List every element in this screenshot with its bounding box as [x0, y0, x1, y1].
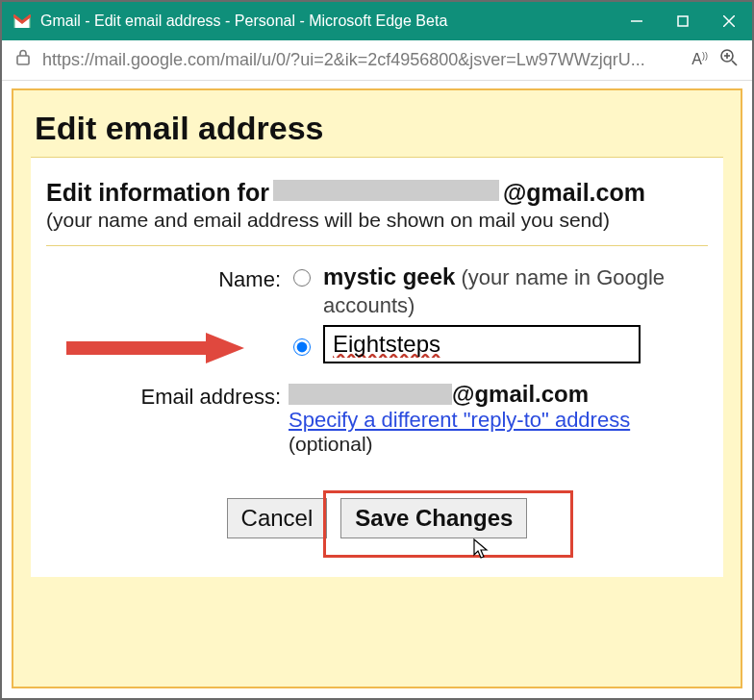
name-option-google: mystic geek (your name in Google account… — [289, 263, 714, 319]
window-frame: Gmail - Edit email address - Personal - … — [0, 0, 754, 700]
form-grid: Name: mystic geek (your name in Google a… — [40, 263, 714, 456]
email-domain-2: @gmail.com — [452, 381, 589, 408]
name-radio-google[interactable] — [293, 269, 311, 287]
redacted-email-user — [273, 180, 499, 201]
url-text[interactable]: https://mail.google.com/mail/u/0/?ui=2&i… — [42, 50, 680, 70]
divider — [46, 245, 708, 246]
inner-panel: Edit information for @gmail.com (your na… — [31, 157, 723, 577]
maximize-button[interactable] — [660, 2, 706, 40]
content-panel: Edit email address Edit information for … — [12, 88, 742, 688]
name-label: Name: — [40, 263, 281, 319]
minimize-button[interactable] — [614, 2, 660, 40]
gmail-icon — [13, 12, 33, 31]
google-note-a: (your name in Google — [455, 265, 665, 289]
info-prefix: Edit information for — [46, 179, 269, 207]
close-button[interactable] — [706, 2, 752, 40]
window-title: Gmail - Edit email address - Personal - … — [40, 12, 614, 30]
svg-rect-1 — [678, 16, 688, 26]
page-title: Edit email address — [35, 110, 723, 147]
info-email-domain: @gmail.com — [503, 179, 645, 207]
name-radio-custom[interactable] — [293, 338, 311, 356]
name-option-google-text: mystic geek (your name in Google account… — [323, 263, 665, 319]
email-value-block: @gmail.com Specify a different "reply-to… — [289, 381, 714, 456]
email-label: Email address: — [40, 381, 281, 456]
button-row: Cancel Save Changes — [40, 498, 714, 538]
name-option-custom — [289, 325, 714, 363]
info-for-line: Edit information for @gmail.com — [46, 179, 714, 207]
google-note-b: accounts) — [323, 293, 415, 317]
url-bar: https://mail.google.com/mail/u/0/?ui=2&i… — [2, 40, 752, 81]
svg-line-6 — [732, 61, 737, 65]
sub-note: (your name and email address will be sho… — [46, 209, 714, 232]
cancel-button[interactable]: Cancel — [227, 498, 328, 538]
save-button[interactable]: Save Changes — [340, 498, 527, 538]
titlebar: Gmail - Edit email address - Personal - … — [2, 2, 752, 40]
email-line: @gmail.com — [289, 381, 714, 408]
redacted-email-user-2 — [289, 384, 452, 405]
google-account-name: mystic geek — [323, 263, 455, 289]
custom-name-input[interactable] — [323, 325, 641, 363]
lock-icon — [15, 49, 31, 71]
reply-to-link[interactable]: Specify a different "reply-to" address — [289, 408, 630, 432]
optional-note: (optional) — [289, 433, 714, 456]
svg-rect-4 — [17, 56, 29, 64]
reader-icon[interactable]: A)) — [691, 51, 708, 68]
zoom-icon[interactable] — [719, 48, 739, 72]
